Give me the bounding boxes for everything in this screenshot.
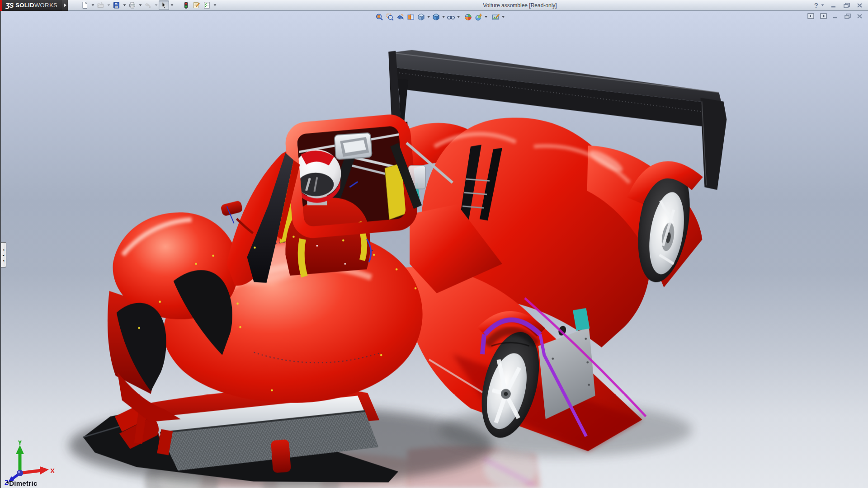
caret-down-icon — [213, 4, 217, 6]
section-view-button[interactable] — [406, 12, 416, 22]
pane-right-icon — [820, 13, 827, 19]
display-style-button[interactable] — [431, 12, 441, 22]
hide-show-items-dropdown[interactable] — [456, 12, 461, 22]
undo-button[interactable] — [143, 0, 153, 10]
right-arrow-icon — [64, 3, 66, 7]
checklist-button[interactable] — [202, 0, 212, 10]
checklist-dropdown[interactable] — [212, 0, 217, 10]
view-settings-sphere-icon — [474, 13, 482, 21]
close-button[interactable] — [857, 3, 863, 8]
save-button[interactable] — [111, 0, 122, 10]
graphics-viewport[interactable]: ◂ ◂ ◂ X Z *Dimetric — [0, 11, 868, 488]
edit-scene-button[interactable] — [491, 12, 501, 22]
note-edit-button[interactable] — [191, 0, 202, 10]
minimize-icon — [831, 3, 837, 8]
zoom-to-fit-icon — [375, 13, 383, 21]
document-close-button[interactable] — [857, 14, 863, 19]
print-button[interactable] — [127, 0, 137, 10]
apply-scene-button[interactable] — [463, 12, 473, 22]
feature-manager-collapsed-tab[interactable]: ◂ ◂ ◂ — [1, 242, 6, 267]
help-dropdown[interactable] — [821, 4, 824, 6]
new-document-icon — [81, 1, 89, 9]
collapse-arrow-icon: ◂ — [3, 259, 5, 262]
triad-x-label: X — [50, 467, 55, 474]
select-tool-dropdown[interactable] — [169, 0, 175, 10]
caret-down-icon — [821, 4, 824, 6]
caret-down-icon — [91, 4, 94, 6]
printer-icon — [128, 1, 136, 9]
save-floppy-icon — [113, 1, 120, 9]
caret-down-icon — [123, 4, 126, 6]
save-dropdown[interactable] — [122, 0, 127, 10]
zoom-to-area-icon — [386, 13, 394, 21]
hide-show-items-button[interactable] — [446, 12, 456, 22]
restore-button[interactable] — [844, 3, 850, 8]
scene-globe-icon — [464, 13, 472, 21]
note-edit-icon — [193, 1, 200, 9]
caret-down-icon — [427, 16, 430, 18]
headsup-view-toolbar — [374, 12, 505, 22]
previous-view-button[interactable] — [395, 12, 406, 22]
view-settings-dropdown[interactable] — [484, 12, 488, 22]
new-document-button[interactable] — [80, 0, 90, 10]
solidworks-logo: ƷS SOLIDWORKS — [2, 0, 62, 11]
intake-box — [334, 133, 372, 160]
caret-down-icon — [155, 4, 158, 6]
reference-triad[interactable]: X Z — [4, 438, 62, 485]
view-settings-button[interactable] — [473, 12, 484, 22]
open-document-dropdown[interactable] — [106, 0, 111, 10]
close-icon — [857, 14, 863, 19]
select-cursor-icon — [160, 1, 168, 9]
display-style-dropdown[interactable] — [441, 12, 446, 22]
collapse-arrow-icon: ◂ — [3, 248, 5, 251]
zoom-to-area-button[interactable] — [385, 12, 395, 22]
traffic-light-button[interactable] — [181, 0, 191, 10]
harness-strap-left — [301, 239, 304, 277]
zoom-to-fit-button[interactable] — [374, 12, 385, 22]
grille-pylon — [271, 439, 291, 473]
document-window-controls — [807, 13, 863, 19]
caret-down-icon — [107, 4, 110, 6]
window-controls: ? — [814, 1, 868, 9]
document-restore-button[interactable] — [844, 14, 851, 19]
document-minimize-button[interactable] — [833, 14, 839, 19]
previous-view-icon — [396, 13, 404, 21]
pane-right-toggle-button[interactable] — [820, 13, 827, 19]
edit-scene-icon — [491, 13, 500, 21]
select-tool-button[interactable] — [159, 0, 169, 10]
view-orientation-button[interactable] — [416, 12, 426, 22]
toolbar-expander-button[interactable] — [62, 0, 68, 11]
view-orientation-label: *Dimetric — [6, 479, 38, 487]
new-document-dropdown[interactable] — [90, 0, 95, 10]
help-button[interactable]: ? — [814, 1, 818, 9]
caret-down-icon — [457, 16, 460, 18]
caret-down-icon — [501, 16, 505, 18]
print-dropdown[interactable] — [137, 0, 143, 10]
undo-dropdown[interactable] — [153, 0, 159, 10]
restore-icon — [844, 3, 850, 8]
display-style-cube-icon — [432, 13, 440, 21]
view-orientation-cube-icon — [417, 13, 425, 21]
minimize-button[interactable] — [831, 3, 837, 8]
triad-y-label — [19, 441, 21, 445]
open-folder-icon — [97, 1, 104, 9]
caret-down-icon — [170, 4, 174, 6]
standard-toolbar — [80, 0, 217, 10]
undo-arrow-icon — [144, 1, 152, 9]
eyeglasses-icon — [447, 13, 455, 21]
window-title: Voiture assomblee [Read-only] — [172, 0, 868, 11]
edit-scene-dropdown[interactable] — [501, 12, 505, 22]
close-icon — [857, 3, 863, 8]
minimize-icon — [833, 14, 839, 19]
title-bar: ƷS SOLIDWORKS — [0, 0, 868, 11]
restore-icon — [844, 14, 851, 19]
caret-down-icon — [442, 16, 445, 18]
view-orientation-dropdown[interactable] — [426, 12, 431, 22]
collapse-arrow-icon: ◂ — [3, 253, 5, 257]
section-view-icon — [406, 13, 415, 21]
model-canvas[interactable] — [1, 11, 868, 488]
pane-left-toggle-button[interactable] — [807, 13, 814, 19]
checklist-icon — [203, 1, 211, 9]
caret-down-icon — [139, 4, 142, 6]
open-document-button[interactable] — [95, 0, 106, 10]
